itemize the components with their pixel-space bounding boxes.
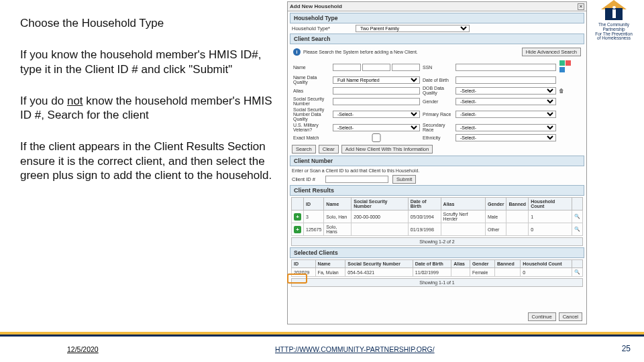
page-number: 25 — [622, 344, 631, 353]
lbl-gender: Gender — [423, 99, 453, 104]
table-row: + 125675Solo, Hans01/19/1998Other0🔍 — [292, 223, 583, 236]
lbl-name: Name — [293, 65, 330, 70]
client-search-header: Client Search — [290, 34, 584, 44]
selected-clients-header: Selected Clients — [290, 247, 584, 258]
app-screenshot: Add New Household ✕ Household Type House… — [287, 1, 587, 324]
add-client-icon[interactable]: + — [294, 213, 301, 221]
usmil-select[interactable]: -Select- — [333, 124, 420, 131]
lbl-ndq: Name Data Quality — [293, 75, 330, 84]
cancel-button[interactable]: Cancel — [559, 312, 582, 321]
left-p3: If you do not know the household member'… — [20, 94, 275, 123]
lbl-alias: Alias — [293, 88, 330, 93]
logo: The Community PartnershipFor The Prevent… — [589, 0, 639, 41]
client-number-note: Enter or Scan a Client ID to add that Cl… — [292, 168, 582, 173]
lbl-dobdq: DOB Data Quality — [423, 86, 453, 95]
hh-type-select[interactable]: Two Parent Family — [356, 25, 470, 32]
continue-button[interactable]: Continue — [528, 312, 556, 321]
add-client-icon[interactable]: + — [294, 226, 301, 233]
hh-type-label: Household Type* — [292, 25, 356, 32]
hh-type-header: Household Type — [290, 13, 584, 23]
lbl-ssn2: Social Security Number — [293, 97, 330, 106]
dobdq-select[interactable]: -Select- — [455, 87, 556, 95]
left-p4: If the client appears in the Client Resu… — [20, 139, 275, 182]
info-icon: i — [293, 48, 301, 56]
exact-checkbox[interactable] — [333, 133, 420, 142]
lbl-eth: Ethnicity — [423, 135, 453, 140]
window-title: Add New Household — [290, 3, 342, 9]
client-results-header: Client Results — [290, 185, 584, 196]
close-icon[interactable]: ✕ — [578, 3, 584, 10]
info-text: iPlease Search the System before adding … — [293, 48, 418, 56]
footer-rule — [0, 332, 644, 337]
lbl-ssn: SSN — [423, 65, 453, 70]
view-icon[interactable]: 🔍 — [572, 210, 583, 223]
alias-input[interactable] — [333, 87, 420, 95]
ssn2-input[interactable] — [333, 98, 420, 105]
eth-select[interactable]: -Select- — [455, 134, 556, 141]
view-icon[interactable]: 🔍 — [572, 268, 583, 277]
client-results-table: IDNameSocial Security NumberDate of Birt… — [291, 197, 583, 236]
lbl-dob: Date of Birth — [423, 78, 453, 82]
ndq-select[interactable]: Full Name Reported — [333, 76, 420, 84]
client-id-label: Client ID # — [292, 176, 325, 182]
search-button[interactable]: Search — [292, 145, 316, 154]
ssndq-select[interactable]: -Select- — [333, 111, 420, 118]
dob-input[interactable] — [455, 76, 556, 84]
ssn-icons — [559, 60, 572, 74]
mid-input[interactable] — [362, 64, 390, 71]
footer-date: 12/5/2020 — [67, 345, 99, 353]
cal-icon[interactable]: 🗑 — [559, 88, 572, 94]
clear-button[interactable]: Clear — [319, 145, 339, 154]
gender-select[interactable]: -Select- — [455, 98, 556, 105]
view-icon[interactable]: 🔍 — [572, 223, 583, 236]
footer-link[interactable]: HTTP://WWW.COMMUNITY-PARTNERSHIP.ORG/ — [275, 345, 435, 353]
submit-button[interactable]: Submit — [392, 175, 416, 184]
left-p2: If you know the household member's HMIS … — [20, 48, 275, 76]
last-input[interactable] — [392, 64, 420, 71]
hide-adv-search-button[interactable]: Hide Advanced Search — [522, 48, 581, 56]
race-select[interactable]: -Select- — [455, 111, 556, 118]
client-number-header: Client Number — [290, 156, 584, 166]
client-id-input[interactable] — [325, 176, 388, 183]
lbl-race: Primary Race — [423, 112, 453, 117]
selected-clients-table: IDNameSocial Security NumberDate of Birt… — [291, 259, 583, 277]
lbl-exact: Exact Match — [293, 135, 330, 140]
left-heading: Choose the Household Type — [20, 16, 275, 30]
ssn-input[interactable] — [455, 64, 556, 71]
lbl-ssndq: Social Security Number Data Quality — [293, 107, 330, 121]
table-row: 202029Fa, Mulan054-54-432111/02/1999Fema… — [292, 268, 583, 277]
lbl-usmil: U.S. Military Veteran? — [293, 123, 330, 132]
table-row: + 3Solo, Han200-00-000005/30/1994Scruffy… — [292, 210, 583, 223]
secrace-select[interactable]: -Select- — [455, 124, 556, 131]
showing2-label: Showing 1-1 of 1 — [291, 278, 583, 287]
showing-label: Showing 1-2 of 2 — [291, 237, 583, 246]
lbl-secrace: Secondary Race — [423, 123, 453, 132]
first-input[interactable] — [333, 64, 361, 71]
add-new-client-button[interactable]: Add New Client With This Information — [341, 145, 433, 154]
